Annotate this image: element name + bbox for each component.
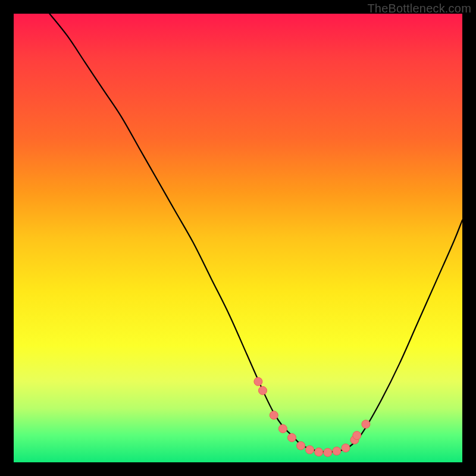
data-marker — [278, 425, 287, 433]
bottleneck-curve — [49, 14, 462, 452]
data-marker — [324, 448, 332, 456]
chart-frame: TheBottleneck.com — [0, 0, 476, 476]
data-marker — [362, 420, 370, 428]
data-marker — [306, 446, 314, 454]
data-marker — [297, 441, 305, 450]
data-marker — [342, 444, 350, 452]
data-marker — [333, 447, 341, 455]
watermark-text: TheBottleneck.com — [367, 2, 471, 15]
data-marker — [270, 411, 278, 419]
data-marker — [288, 434, 296, 442]
data-marker — [254, 377, 262, 386]
data-marker — [315, 448, 323, 456]
data-marker — [259, 386, 267, 394]
data-marker — [353, 431, 361, 440]
chart-svg — [14, 14, 462, 462]
